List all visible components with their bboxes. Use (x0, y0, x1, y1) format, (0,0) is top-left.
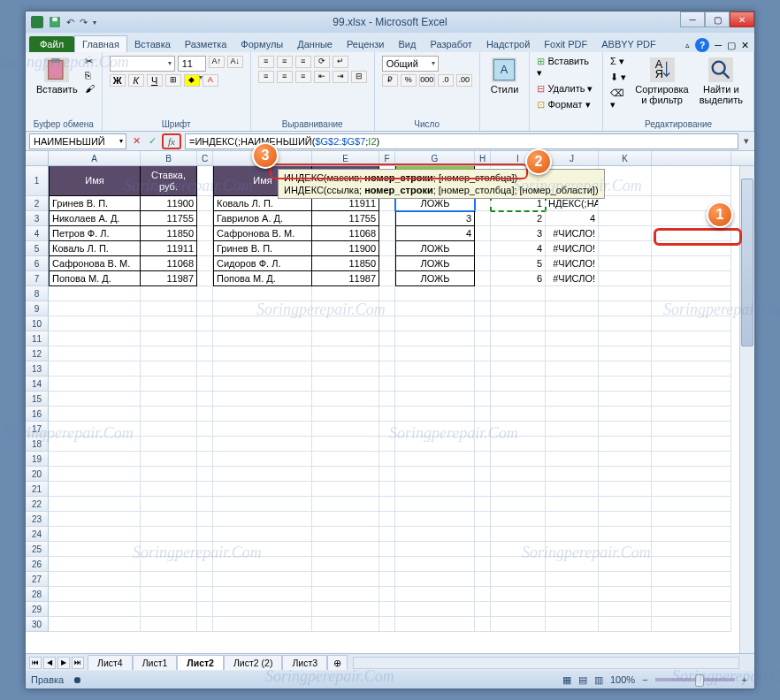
accept-formula-icon[interactable]: ✓ (146, 135, 158, 148)
redo-icon[interactable]: ↷ (80, 17, 88, 28)
cell[interactable] (49, 361, 141, 377)
cell[interactable] (213, 527, 312, 542)
cell[interactable] (141, 452, 197, 467)
close-button[interactable]: ✕ (730, 11, 754, 27)
cell[interactable]: Гаврилов А. Д. (213, 211, 312, 226)
cell[interactable] (197, 316, 213, 331)
cell[interactable] (599, 482, 652, 497)
cell[interactable] (599, 602, 652, 617)
cell[interactable] (312, 587, 379, 602)
cell[interactable] (599, 572, 652, 587)
cell[interactable] (652, 617, 731, 632)
cell[interactable] (213, 392, 312, 407)
cell[interactable] (312, 467, 379, 482)
sort-filter-button[interactable]: АЯ Сортировка и фильтр (631, 56, 692, 107)
format-painter-icon[interactable]: 🖌 (85, 83, 95, 94)
cell[interactable]: ЛОЖЬ (395, 256, 475, 271)
font-family-combo[interactable] (110, 56, 175, 72)
tab-view[interactable]: Вид (392, 36, 424, 52)
cell[interactable] (213, 437, 312, 452)
cell[interactable] (141, 361, 197, 377)
cell[interactable]: Петров Ф. Л. (49, 226, 141, 241)
cell[interactable] (197, 512, 213, 527)
zoom-out-button[interactable]: − (642, 674, 647, 685)
delete-cells-button[interactable]: ⊟ Удалить ▾ (537, 83, 595, 95)
cell[interactable] (491, 316, 546, 331)
tab-abbyy[interactable]: ABBYY PDF (594, 36, 663, 52)
cell[interactable]: #ЧИСЛО! (546, 256, 599, 271)
cell[interactable] (213, 301, 312, 316)
cell[interactable] (141, 572, 197, 587)
cell[interactable] (475, 407, 491, 422)
cell[interactable] (379, 407, 395, 422)
cell[interactable] (395, 286, 475, 301)
cell[interactable] (197, 467, 213, 482)
cell[interactable]: 12 (26, 346, 49, 361)
cell[interactable] (197, 497, 213, 512)
workbook-restore-icon[interactable]: ▢ (727, 40, 736, 51)
cell[interactable] (475, 512, 491, 527)
shrink-font-button[interactable]: A↓ (227, 56, 243, 68)
cell[interactable] (141, 301, 197, 316)
cell[interactable] (141, 286, 197, 301)
cell[interactable] (546, 286, 599, 301)
cell[interactable] (491, 452, 546, 467)
cell[interactable]: 11850 (312, 256, 379, 271)
cell[interactable]: 5 (491, 256, 546, 271)
cell[interactable] (379, 422, 395, 437)
cell[interactable]: 28 (26, 587, 49, 602)
cell[interactable] (652, 377, 731, 392)
cell[interactable] (312, 286, 379, 301)
cell[interactable] (197, 572, 213, 587)
cell[interactable] (379, 286, 395, 301)
cell[interactable] (599, 166, 652, 196)
cell[interactable] (491, 407, 546, 422)
cell[interactable] (197, 377, 213, 392)
cell[interactable] (312, 301, 379, 316)
cell[interactable] (491, 602, 546, 617)
cell[interactable] (312, 422, 379, 437)
cell[interactable] (546, 361, 599, 377)
cell[interactable] (475, 331, 491, 346)
cell[interactable] (197, 211, 213, 226)
cell[interactable]: 11068 (141, 256, 197, 271)
cell[interactable] (379, 497, 395, 512)
cell[interactable] (197, 241, 213, 256)
cell[interactable] (312, 527, 379, 542)
cell[interactable]: 2 (26, 196, 49, 211)
workbook-close-icon[interactable]: ✕ (741, 40, 749, 51)
cell[interactable] (546, 377, 599, 392)
cell[interactable]: 20 (26, 467, 49, 482)
cell[interactable] (395, 602, 475, 617)
cell[interactable] (141, 527, 197, 542)
cell[interactable] (141, 602, 197, 617)
cell[interactable] (49, 377, 141, 392)
cell[interactable] (141, 482, 197, 497)
cell[interactable] (213, 557, 312, 572)
fill-button[interactable]: ⬇ ▾ (610, 72, 628, 83)
cell[interactable] (491, 527, 546, 542)
cell[interactable] (475, 346, 491, 361)
cell[interactable] (312, 407, 379, 422)
cell[interactable] (379, 226, 395, 241)
cell[interactable] (197, 346, 213, 361)
align-left-button[interactable]: ≡ (258, 71, 274, 83)
cell[interactable]: Имя (49, 166, 141, 196)
cell[interactable] (599, 196, 652, 211)
tab-review[interactable]: Рецензи (340, 36, 392, 52)
minimize-button[interactable]: ─ (680, 11, 705, 27)
cell[interactable] (379, 301, 395, 316)
cell[interactable] (491, 301, 546, 316)
cell[interactable] (475, 467, 491, 482)
cell[interactable] (213, 602, 312, 617)
sheet-tab[interactable]: Лист2 (2) (224, 655, 282, 670)
cell[interactable] (379, 211, 395, 226)
cell[interactable]: 3 (491, 226, 546, 241)
cell[interactable] (395, 557, 475, 572)
cell[interactable] (546, 542, 599, 557)
cell[interactable]: 15 (26, 392, 49, 407)
cell[interactable] (395, 452, 475, 467)
cell[interactable] (599, 361, 652, 377)
cell[interactable] (652, 437, 731, 452)
cell[interactable] (379, 482, 395, 497)
